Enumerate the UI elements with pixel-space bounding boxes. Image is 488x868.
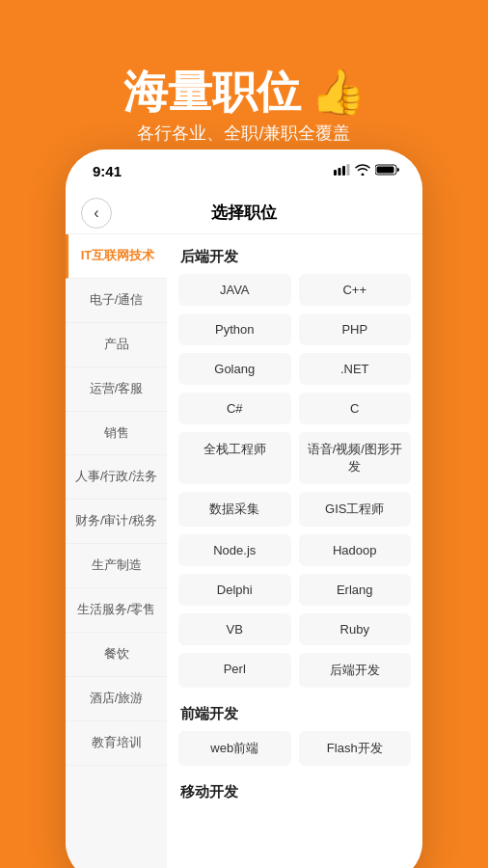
sidebar-item-6[interactable]: 财务/审计/税务 (66, 500, 167, 544)
back-icon: ‹ (94, 204, 98, 222)
job-tag-0-15[interactable]: Erlang (299, 574, 412, 606)
job-tag-0-5[interactable]: .NET (299, 353, 412, 385)
sidebar-item-11[interactable]: 教育培训 (66, 721, 167, 766)
job-tag-0-9[interactable]: 语音/视频/图形开发 (299, 432, 412, 484)
thumb-icon: 👍 (311, 68, 366, 117)
job-tag-0-14[interactable]: Delphi (178, 574, 291, 606)
job-tag-0-3[interactable]: PHP (299, 313, 412, 345)
hero-title: 海量职位 👍 (123, 68, 366, 117)
phone-frame: 9:41 ‹ 选择职位 IT互联网技术电子/通信产品运营/客服销售人事/行政/法… (66, 149, 422, 868)
section-header-0: 后端开发 (167, 234, 422, 274)
job-tag-0-0[interactable]: JAVA (178, 274, 291, 306)
job-tag-0-12[interactable]: Node.js (178, 534, 291, 566)
job-tag-0-8[interactable]: 全栈工程师 (178, 432, 291, 484)
battery-icon (375, 164, 399, 178)
sidebar-item-9[interactable]: 餐饮 (66, 633, 167, 677)
back-button[interactable]: ‹ (81, 198, 112, 229)
svg-rect-0 (334, 170, 337, 176)
job-tag-0-2[interactable]: Python (178, 313, 291, 345)
svg-rect-2 (342, 166, 345, 176)
sidebar-item-7[interactable]: 生产制造 (66, 544, 167, 588)
job-tag-0-7[interactable]: C (299, 393, 412, 424)
job-tag-0-6[interactable]: C# (178, 393, 291, 424)
svg-rect-5 (377, 166, 394, 173)
job-tag-1-0[interactable]: web前端 (178, 731, 291, 766)
sidebar-item-3[interactable]: 运营/客服 (66, 367, 167, 412)
sidebar-item-4[interactable]: 销售 (66, 412, 167, 456)
sidebar: IT互联网技术电子/通信产品运营/客服销售人事/行政/法务财务/审计/税务生产制… (66, 234, 167, 868)
job-tag-0-18[interactable]: Perl (178, 653, 291, 688)
job-tag-0-1[interactable]: C++ (299, 274, 412, 306)
section-header-2: 移动开发 (167, 770, 422, 809)
hero-subtitle: 各行各业、全职/兼职全覆盖 (137, 122, 350, 145)
svg-rect-1 (339, 168, 341, 176)
nav-bar: ‹ 选择职位 (66, 192, 422, 234)
sidebar-item-1[interactable]: 电子/通信 (66, 279, 167, 323)
content-area: IT互联网技术电子/通信产品运营/客服销售人事/行政/法务财务/审计/税务生产制… (66, 234, 422, 868)
sidebar-item-5[interactable]: 人事/行政/法务 (66, 455, 167, 500)
status-time: 9:41 (93, 163, 122, 179)
right-content: 后端开发JAVAC++PythonPHPGolang.NETC#C全栈工程师语音… (167, 234, 422, 868)
section-header-1: 前端开发 (167, 692, 422, 731)
job-tag-1-1[interactable]: Flash开发 (299, 731, 412, 766)
sidebar-item-8[interactable]: 生活服务/零售 (66, 588, 167, 633)
signal-icon (334, 164, 350, 178)
sidebar-item-2[interactable]: 产品 (66, 323, 167, 367)
job-tag-0-19[interactable]: 后端开发 (299, 653, 412, 688)
job-tag-0-16[interactable]: VB (178, 613, 291, 645)
svg-rect-3 (347, 164, 350, 176)
sidebar-item-10[interactable]: 酒店/旅游 (66, 677, 167, 721)
job-tag-0-10[interactable]: 数据采集 (178, 492, 291, 527)
hero-title-text: 海量职位 (123, 68, 301, 117)
job-tag-0-11[interactable]: GIS工程师 (299, 492, 412, 527)
status-icons (334, 164, 399, 178)
job-tag-0-13[interactable]: Hadoop (299, 534, 412, 566)
nav-title: 选择职位 (211, 202, 277, 224)
job-grid-1: web前端Flash开发 (167, 731, 422, 770)
job-grid-0: JAVAC++PythonPHPGolang.NETC#C全栈工程师语音/视频/… (167, 274, 422, 692)
job-tag-0-17[interactable]: Ruby (299, 613, 412, 645)
status-bar: 9:41 (66, 149, 422, 192)
sidebar-item-0[interactable]: IT互联网技术 (66, 234, 167, 279)
wifi-icon (355, 164, 370, 178)
job-tag-0-4[interactable]: Golang (178, 353, 291, 385)
